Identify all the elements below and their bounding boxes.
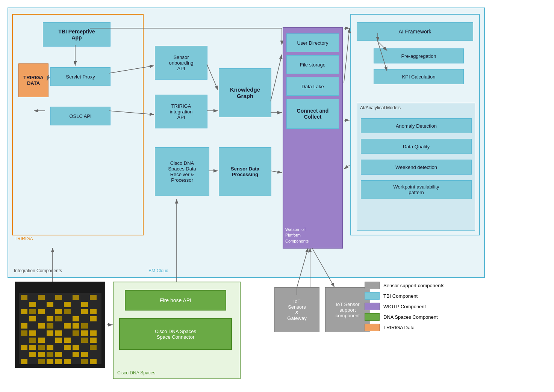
- svg-rect-13: [38, 302, 45, 307]
- svg-rect-23: [47, 309, 53, 314]
- svg-rect-22: [38, 309, 45, 314]
- svg-rect-2: [21, 295, 27, 300]
- svg-rect-68: [47, 345, 53, 350]
- tririga-data-label: TRIRIGA DATA: [23, 75, 43, 86]
- svg-rect-80: [73, 352, 79, 357]
- svg-rect-83: [21, 359, 27, 364]
- legend-label-tririga: TRIRIGA Data: [383, 325, 415, 330]
- kpi-calculation-label: KPI Calculation: [402, 74, 436, 80]
- svg-rect-10: [90, 295, 97, 300]
- user-directory-box: User Directory: [286, 33, 339, 52]
- svg-rect-8: [73, 295, 79, 300]
- svg-rect-7: [64, 295, 71, 300]
- sensor-onboarding-api-label: Sensor onboarding API: [169, 54, 193, 71]
- svg-rect-79: [64, 352, 71, 357]
- svg-rect-62: [73, 338, 79, 343]
- cisco-dna-connector-box: Cisco DNA Spaces Space Connector: [119, 318, 232, 350]
- file-storage-label: File storage: [300, 62, 325, 68]
- svg-rect-53: [73, 330, 79, 336]
- svg-rect-71: [73, 345, 79, 350]
- tbi-perceptive-app-label: TBI Perceptive App: [58, 29, 95, 41]
- svg-rect-54: [81, 330, 88, 336]
- tbi-perceptive-app-box: TBI Perceptive App: [43, 22, 110, 47]
- svg-rect-27: [81, 309, 88, 314]
- svg-rect-75: [29, 352, 36, 357]
- svg-rect-67: [38, 345, 45, 350]
- servlet-proxy-box: Servlet Proxy: [50, 67, 110, 86]
- svg-rect-82: [90, 352, 97, 357]
- svg-rect-36: [81, 316, 88, 321]
- pre-aggregation-box: Pre-aggregation: [374, 48, 464, 63]
- svg-rect-17: [73, 302, 79, 307]
- file-storage-box: File storage: [286, 55, 339, 74]
- legend-color-tbi: [365, 292, 380, 300]
- kpi-calculation-box: KPI Calculation: [374, 69, 464, 84]
- legend: Sensor support components TBI Component …: [365, 282, 515, 334]
- weekend-detection-box: Weekend detection: [361, 160, 472, 175]
- tririga-label: TRIRIGA: [15, 236, 33, 241]
- svg-rect-46: [90, 323, 97, 329]
- ai-framework-outer: AI Framework and models AI Framework Pre…: [350, 14, 480, 235]
- svg-rect-55: [90, 330, 97, 336]
- legend-color-wiotp: [365, 303, 380, 310]
- svg-rect-86: [47, 359, 53, 364]
- svg-rect-66: [29, 345, 36, 350]
- svg-rect-44: [73, 323, 79, 329]
- ai-framework-box: AI Framework: [357, 22, 473, 41]
- svg-rect-47: [21, 330, 27, 336]
- svg-rect-14: [47, 302, 53, 307]
- svg-rect-28: [90, 309, 97, 314]
- svg-rect-85: [38, 359, 45, 364]
- ai-models-box: AI/Analytical Models Anomaly Detection D…: [357, 103, 475, 231]
- main-outer-box: TBI UI Integration Components IBM Cloud …: [8, 8, 485, 278]
- svg-rect-69: [55, 345, 62, 350]
- svg-rect-30: [29, 316, 36, 321]
- svg-rect-33: [55, 316, 62, 321]
- svg-rect-59: [47, 338, 53, 343]
- legend-label-wiotp: WIOTP Component: [383, 304, 426, 309]
- svg-rect-84: [29, 359, 36, 364]
- svg-rect-12: [29, 302, 36, 307]
- svg-rect-88: [64, 359, 71, 364]
- data-quality-box: Data Quality: [361, 139, 472, 154]
- legend-item-sensor: Sensor support components: [365, 282, 515, 289]
- svg-rect-26: [73, 309, 79, 314]
- svg-rect-78: [55, 352, 62, 357]
- pre-aggregation-label: Pre-aggregation: [401, 53, 436, 59]
- cisco-dna-connector-label: Cisco DNA Spaces Space Connector: [155, 329, 196, 340]
- legend-item-tririga: TRIRIGA Data: [365, 324, 515, 331]
- ai-framework-label-text: AI Framework: [398, 29, 431, 35]
- svg-rect-77: [47, 352, 53, 357]
- svg-rect-89: [73, 359, 79, 364]
- svg-rect-25: [64, 309, 71, 314]
- svg-rect-81: [81, 352, 88, 357]
- data-lake-box: Data Lake: [286, 77, 339, 96]
- anomaly-detection-box: Anomaly Detection: [361, 118, 472, 133]
- svg-rect-5: [47, 295, 53, 300]
- tririga-box: TRIRIGA TBI Perceptive App Servlet Proxy…: [12, 14, 144, 235]
- workpoint-availability-label: Workpoint availability pattern: [394, 184, 439, 195]
- svg-rect-21: [29, 309, 36, 314]
- svg-rect-58: [38, 338, 45, 343]
- legend-color-sensor: [365, 282, 380, 289]
- svg-rect-15: [55, 302, 62, 307]
- servlet-proxy-label: Servlet Proxy: [66, 74, 95, 80]
- svg-rect-19: [90, 302, 97, 307]
- svg-rect-63: [81, 338, 88, 343]
- svg-rect-61: [64, 338, 71, 343]
- workpoint-availability-box: Workpoint availability pattern: [361, 180, 472, 199]
- legend-item-wiotp: WIOTP Component: [365, 303, 515, 310]
- tririga-data-box: TRIRIGA DATA: [18, 63, 48, 97]
- watson-iot-label: Watson IoTPlatformComponents: [285, 227, 309, 244]
- sensor-data-processing-label: Sensor Data Processing: [231, 166, 259, 177]
- dna-spaces-label: Cisco DNA Spaces: [117, 370, 155, 375]
- svg-rect-60: [55, 338, 62, 343]
- tririga-integration-api-box: TRIRIGA integration API: [155, 95, 207, 128]
- svg-rect-64: [90, 338, 97, 343]
- svg-rect-57: [29, 338, 36, 343]
- ibm-cloud-label: IBM Cloud: [147, 268, 168, 273]
- weekend-detection-label: Weekend detection: [395, 164, 437, 170]
- svg-rect-76: [38, 352, 45, 357]
- legend-color-tririga: [365, 324, 380, 331]
- svg-rect-87: [55, 359, 62, 364]
